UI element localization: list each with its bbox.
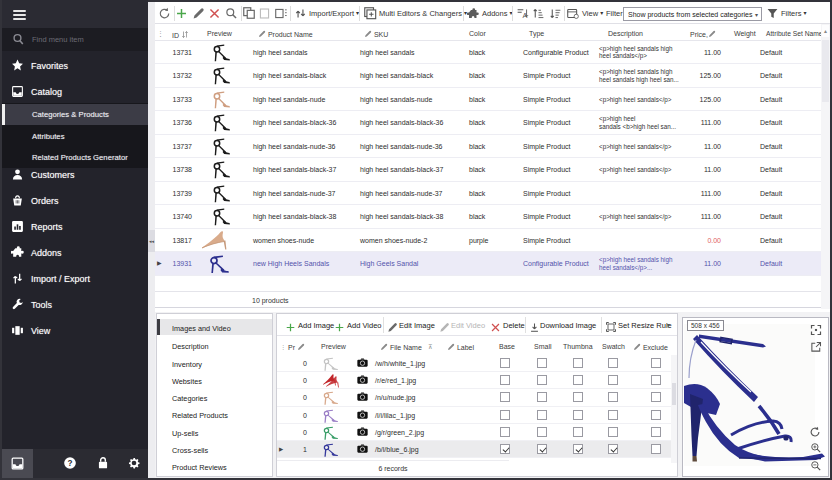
svg-text:?: ? [68, 459, 73, 468]
